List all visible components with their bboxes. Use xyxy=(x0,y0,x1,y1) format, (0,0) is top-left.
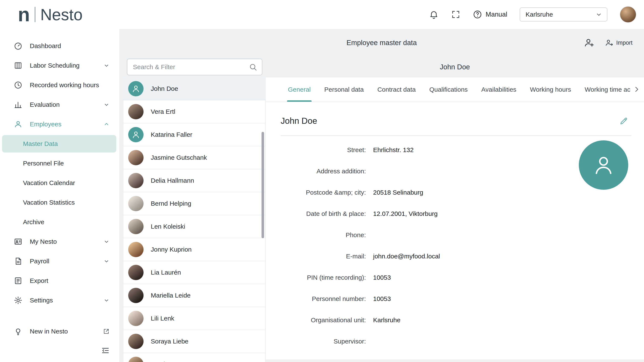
sidebar-item-vacation-calendar[interactable]: Vacation Calendar xyxy=(0,173,119,193)
tab-qualifications[interactable]: Qualifications xyxy=(422,77,474,102)
sidebar-item-new-in-nesto[interactable]: New in Nesto xyxy=(0,322,119,341)
field-row-pin: PIN (time recording): 10053 xyxy=(281,267,631,288)
tab-general[interactable]: General xyxy=(281,77,318,102)
chevron-right-icon xyxy=(632,85,641,94)
gear-icon xyxy=(14,296,22,305)
sidebar: Dashboard Labor Scheduling Recorded work… xyxy=(0,29,119,362)
detail-tabs: General Personal data Contract data Qual… xyxy=(266,77,644,102)
field-value: 12.07.2001, Viktorburg xyxy=(373,210,438,217)
employee-photo xyxy=(128,173,144,188)
employee-list-item[interactable]: Lili Lenk xyxy=(124,307,265,330)
employee-photo-placeholder xyxy=(579,140,628,190)
field-label: PIN (time recording): xyxy=(281,274,366,281)
selected-employee-title: John Doe xyxy=(266,63,644,71)
chevron-down-icon xyxy=(103,238,110,245)
employee-photo xyxy=(128,242,144,257)
topbar-actions: Manual Karlsruhe xyxy=(429,6,636,23)
dashboard-icon xyxy=(14,41,22,50)
sidebar-item-export[interactable]: Export xyxy=(0,271,119,291)
sidebar-item-vacation-statistics[interactable]: Vacation Statistics xyxy=(0,193,119,212)
field-label: Postcode &amp; city: xyxy=(281,189,366,196)
person-avatar-icon xyxy=(128,127,144,142)
field-value: john.doe@myfood.local xyxy=(373,253,440,260)
sidebar-item-dashboard[interactable]: Dashboard xyxy=(0,36,119,56)
import-button[interactable]: Import xyxy=(605,38,632,47)
manual-label: Manual xyxy=(486,11,507,18)
tab-contract-data[interactable]: Contract data xyxy=(370,77,422,102)
chevron-up-icon xyxy=(103,121,110,128)
user-avatar[interactable] xyxy=(620,6,636,23)
edit-button[interactable] xyxy=(619,117,631,126)
search-icon[interactable] xyxy=(249,63,257,71)
manual-button[interactable]: Manual xyxy=(473,10,507,19)
field-label: Organisational unit: xyxy=(281,317,366,324)
tabs-scroll-right-button[interactable] xyxy=(630,77,644,101)
notifications-button[interactable] xyxy=(429,9,439,19)
tab-personal-data[interactable]: Personal data xyxy=(318,77,370,102)
sidebar-item-label: Evaluation xyxy=(30,101,60,108)
employee-name: Soraya Liebe xyxy=(151,338,188,345)
search-input[interactable] xyxy=(133,63,249,71)
my-nesto-icon xyxy=(14,237,22,246)
add-employee-button[interactable] xyxy=(584,37,594,48)
fullscreen-icon xyxy=(451,10,460,19)
sidebar-item-settings[interactable]: Settings xyxy=(0,291,119,310)
chevron-down-icon xyxy=(103,101,110,108)
employee-list-item[interactable]: Vera Ertl xyxy=(124,100,265,123)
employee-list-item[interactable]: Lia Laurén xyxy=(124,261,265,284)
employee-name: Katarina Faller xyxy=(151,131,192,138)
employee-detail-panel: General Personal data Contract data Qual… xyxy=(266,77,644,360)
sidebar-item-labor-scheduling[interactable]: Labor Scheduling xyxy=(0,56,119,75)
page-title: Employee master data xyxy=(119,39,644,47)
search-filter-box xyxy=(127,59,262,75)
employee-photo xyxy=(128,311,144,326)
sidebar-item-label: New in Nesto xyxy=(30,328,68,335)
export-icon xyxy=(14,276,22,285)
sidebar-item-employees[interactable]: Employees xyxy=(0,114,119,134)
location-select[interactable]: Karlsruhe xyxy=(520,7,607,21)
employee-list-item[interactable]: Len Koleiski xyxy=(124,215,265,238)
sidebar-subitem-label: Archive xyxy=(23,218,44,226)
field-label: Date of birth & place: xyxy=(281,210,366,217)
chevron-down-icon xyxy=(103,258,110,265)
employee-photo xyxy=(128,334,144,349)
employee-list-item[interactable]: Katarina Faller xyxy=(124,123,265,146)
payroll-icon xyxy=(14,257,22,266)
employee-list-item[interactable]: Jasmine Gutschank xyxy=(124,146,265,169)
employee-photo xyxy=(128,288,144,303)
person-add-icon xyxy=(584,37,594,48)
logo-mark: n xyxy=(18,6,30,23)
nesto-logo[interactable]: n Nesto xyxy=(18,5,83,24)
sidebar-subitem-label: Personnel File xyxy=(23,160,64,167)
employee-list-item[interactable]: John Doe xyxy=(124,77,265,100)
sidebar-subitem-label: Vacation Calendar xyxy=(23,179,75,186)
employee-list-item[interactable]: Bernd Helping xyxy=(124,192,265,215)
sidebar-item-master-data[interactable]: Master Data xyxy=(2,135,116,153)
collapse-sidebar-button[interactable] xyxy=(101,346,110,355)
person-avatar-icon xyxy=(128,81,144,96)
employee-list-item[interactable]: Jonny Kuprion xyxy=(124,238,265,261)
employee-list-item[interactable]: Soraya Liebe xyxy=(124,330,265,353)
field-value: Karlsruhe xyxy=(373,317,400,324)
sidebar-item-payroll[interactable]: Payroll xyxy=(0,251,119,271)
fullscreen-button[interactable] xyxy=(451,10,460,19)
sidebar-item-evaluation[interactable]: Evaluation xyxy=(0,95,119,114)
sidebar-item-label: Recorded working hours xyxy=(30,81,99,89)
location-select-value: Karlsruhe xyxy=(526,11,553,18)
tab-availabilities[interactable]: Availabilities xyxy=(474,77,523,102)
sidebar-item-archive[interactable]: Archive xyxy=(0,212,119,232)
employee-list-item[interactable]: Martin Manager xyxy=(124,353,265,362)
sidebar-item-my-nesto[interactable]: My Nesto xyxy=(0,232,119,251)
scrollbar[interactable] xyxy=(262,132,264,238)
field-value: 10053 xyxy=(373,295,391,302)
sidebar-item-label: My Nesto xyxy=(30,238,57,245)
tab-working-hours[interactable]: Working hours xyxy=(523,77,578,102)
employee-list-item[interactable]: Mariella Leide xyxy=(124,284,265,307)
sidebar-subitem-label: Vacation Statistics xyxy=(23,199,75,206)
employee-list-item[interactable]: Delia Hallmann xyxy=(124,169,265,192)
sidebar-item-personnel-file[interactable]: Personnel File xyxy=(0,154,119,173)
pencil-icon xyxy=(619,117,628,126)
sidebar-item-recorded-working-hours[interactable]: Recorded working hours xyxy=(0,75,119,95)
sidebar-item-label: Labor Scheduling xyxy=(30,62,80,69)
header-actions: Import xyxy=(584,37,644,48)
